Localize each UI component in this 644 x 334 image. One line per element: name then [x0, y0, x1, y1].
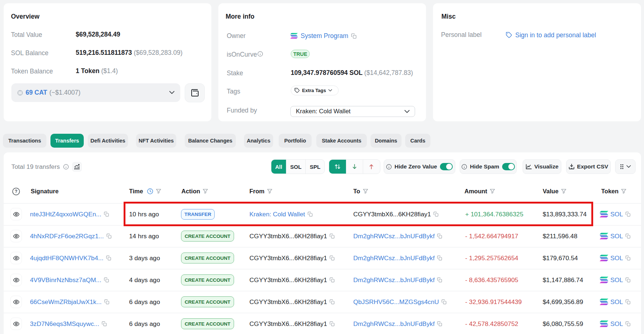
svg-text:?: ? — [15, 189, 17, 194]
